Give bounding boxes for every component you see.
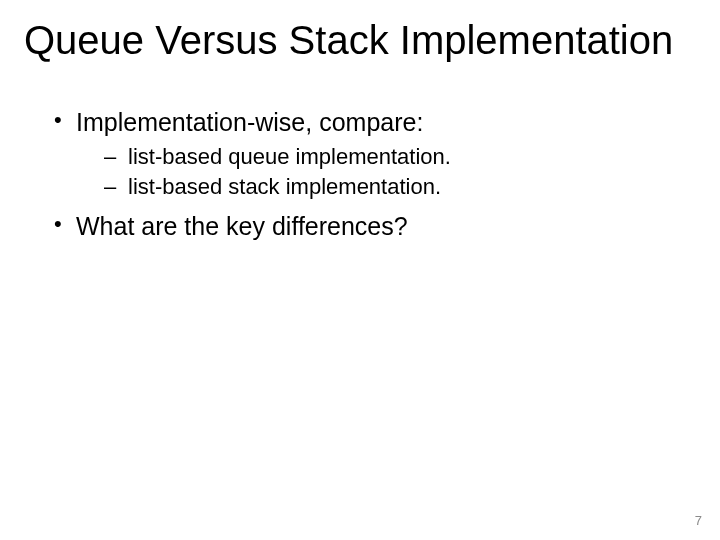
page-number: 7 (695, 513, 702, 528)
sub-bullet-item: list-based queue implementation. (76, 143, 672, 172)
slide: Queue Versus Stack Implementation Implem… (0, 0, 720, 540)
bullet-item: What are the key differences? (48, 210, 672, 243)
sub-bullet-item: list-based stack implementation. (76, 173, 672, 202)
bullet-text: Implementation-wise, compare: (76, 108, 423, 136)
sub-bullet-list: list-based queue implementation. list-ba… (76, 143, 672, 202)
sub-bullet-text: list-based stack implementation. (128, 174, 441, 199)
slide-title: Queue Versus Stack Implementation (24, 18, 696, 62)
sub-bullet-text: list-based queue implementation. (128, 144, 451, 169)
bullet-item: Implementation-wise, compare: list-based… (48, 106, 672, 202)
bullet-text: What are the key differences? (76, 212, 408, 240)
bullet-list: Implementation-wise, compare: list-based… (48, 106, 672, 242)
slide-body: Implementation-wise, compare: list-based… (48, 106, 672, 248)
